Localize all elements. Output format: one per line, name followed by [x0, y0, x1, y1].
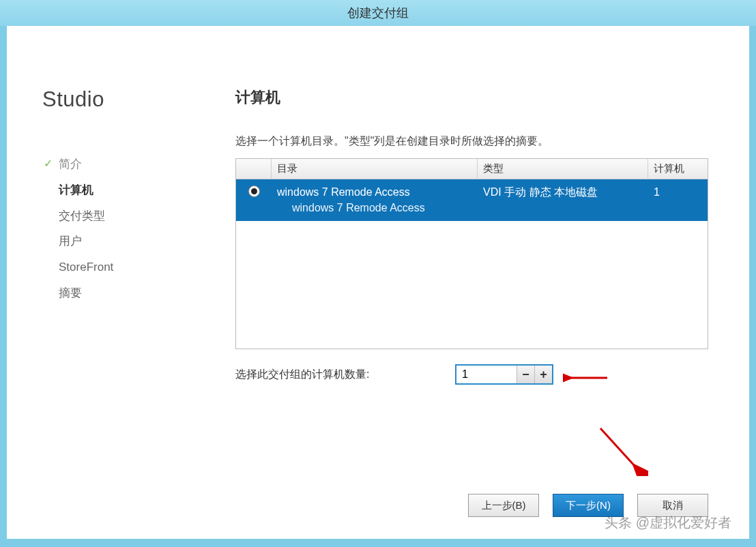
row-directory-cell: windows 7 Remode Access windows 7 Remode…: [272, 183, 478, 217]
header-directory: 目录: [272, 159, 478, 179]
step-computers[interactable]: 计算机: [42, 177, 208, 203]
table-row[interactable]: windows 7 Remode Access windows 7 Remode…: [236, 179, 708, 221]
panel-subtext: 选择一个计算机目录。"类型"列是在创建目录时所做选择的摘要。: [235, 134, 708, 149]
window-title: 创建交付组: [347, 6, 409, 20]
header-type: 类型: [478, 159, 648, 179]
step-storefront[interactable]: StoreFront: [42, 254, 208, 280]
machine-count-row: 选择此交付组的计算机数量: − +: [235, 364, 708, 385]
table-header: 目录 类型 计算机: [236, 159, 708, 179]
back-button[interactable]: 上一步(B): [468, 494, 539, 517]
wizard-sidebar: Studio 简介 计算机 交付类型 用户 StoreFront: [7, 26, 208, 539]
catalog-table: 目录 类型 计算机 windows 7 Remode Access window: [235, 158, 708, 349]
row-radio-cell[interactable]: [236, 183, 272, 217]
dir-sub: windows 7 Remode Access: [277, 201, 472, 216]
step-label: 简介: [59, 158, 82, 171]
step-summary[interactable]: 摘要: [42, 280, 208, 306]
count-label: 选择此交付组的计算机数量:: [235, 368, 455, 382]
step-users[interactable]: 用户: [42, 228, 208, 254]
quantity-stepper[interactable]: − +: [455, 364, 553, 385]
wizard-button-row: 上一步(B) 下一步(N) 取消: [468, 494, 708, 517]
step-label: 摘要: [59, 286, 82, 299]
dir-main: windows 7 Remode Access: [277, 185, 472, 200]
window-title-bar: 创建交付组: [0, 0, 756, 26]
row-type-cell: VDI 手动 静态 本地磁盘: [478, 183, 648, 217]
cancel-button[interactable]: 取消: [637, 494, 708, 517]
annotation-arrow-icon: [594, 422, 648, 479]
increment-button[interactable]: +: [534, 366, 552, 383]
wizard-steps-list: 简介 计算机 交付类型 用户 StoreFront 摘要: [42, 151, 208, 306]
step-intro[interactable]: 简介: [42, 151, 208, 177]
main-panel: 计算机 选择一个计算机目录。"类型"列是在创建目录时所做选择的摘要。 目录 类型…: [208, 26, 749, 539]
next-button[interactable]: 下一步(N): [553, 494, 624, 517]
step-label: 计算机: [59, 183, 93, 196]
row-count-cell: 1: [648, 183, 708, 217]
decrement-button[interactable]: −: [517, 366, 534, 383]
radio-selected-icon[interactable]: [248, 186, 260, 197]
step-delivery-type[interactable]: 交付类型: [42, 203, 208, 229]
brand-title: Studio: [42, 87, 208, 112]
quantity-input[interactable]: [456, 366, 517, 383]
svg-line-3: [600, 428, 635, 466]
step-label: StoreFront: [59, 261, 113, 274]
header-radio-col: [236, 159, 272, 179]
panel-heading: 计算机: [235, 87, 708, 108]
header-count: 计算机: [648, 159, 708, 179]
step-label: 交付类型: [59, 209, 105, 222]
step-label: 用户: [59, 235, 82, 248]
annotation-arrow-icon: [563, 371, 611, 385]
